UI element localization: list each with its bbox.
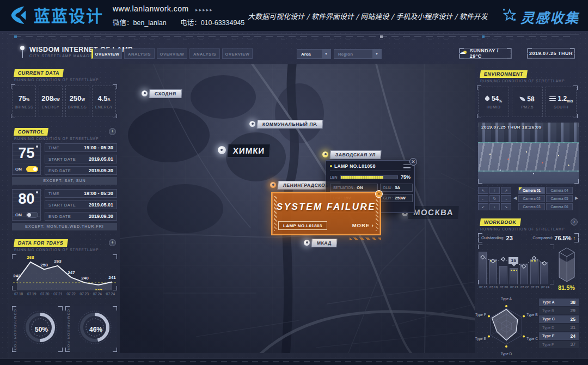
refresh-button[interactable]: ↻ [489, 195, 500, 202]
week-x-label: 07.24 [104, 292, 117, 296]
workbook-bar[interactable] [530, 259, 538, 284]
camera-button-camera-01[interactable]: Camera 01 [518, 187, 545, 194]
schedule-row[interactable]: TIME19:00 - 05:30 [45, 143, 117, 152]
lamp-pin[interactable] [304, 240, 310, 246]
svg-text:247: 247 [68, 270, 75, 275]
control-rows-1: TIME19:00 - 05:30START DATE2019.05.01END… [45, 189, 117, 221]
lamp-pin-failure[interactable] [270, 182, 276, 188]
stat-box: 250WBRINESS [65, 86, 89, 117]
schedule-row[interactable]: END DATE2019.09.30 [45, 212, 117, 221]
radar-table: Type A38Type B29Type C25Type D31Type E24… [539, 299, 579, 348]
brightness-level-box: 75 ON [12, 143, 41, 175]
pan-left-button[interactable]: ← [478, 195, 488, 202]
tab-overview-0[interactable]: OVERVIEW [91, 48, 122, 59]
camera-button-camera-06[interactable]: Camera 06 [546, 203, 573, 210]
pan-up-button[interactable]: ↑ [489, 187, 500, 194]
lamp-pin-warning[interactable] [322, 151, 328, 157]
radar-row[interactable]: Type D31 [539, 324, 579, 332]
inspiration-collect[interactable]: 灵感收集 [503, 7, 579, 27]
outstanding-label: Outstanding: [481, 235, 505, 240]
logo-text: 蓝蓝设计 [34, 6, 103, 27]
workbook-bar[interactable] [479, 252, 487, 284]
camera-button-camera-02[interactable]: Camera 02 [518, 195, 545, 202]
pan-right-button[interactable]: → [501, 195, 511, 202]
workbook-x-label: 07.24 [540, 285, 550, 289]
power-toggle-0[interactable] [26, 166, 38, 172]
radar-row[interactable]: Type C25 [539, 315, 579, 323]
map-label-zavodskaya[interactable]: ЗАВОДСКАЯ УЛ [329, 150, 381, 159]
camera-button-camera-03[interactable]: Camera 03 [518, 203, 545, 210]
pan-up-left-button[interactable]: ↖ [478, 187, 488, 194]
camera-feed[interactable]: 2019.07.25 THUR 18:26:09 [478, 123, 579, 184]
tab-analysis-3[interactable]: ANALYSIS [189, 48, 220, 59]
region-select[interactable]: Region ▼ [334, 49, 382, 59]
stat-box: 4.5AENERGY [92, 86, 116, 117]
arrows-decoration: ▸▸▸▸▸ [195, 7, 213, 13]
map-label-skhodnya[interactable]: СХОДНЯ [149, 89, 182, 98]
schedule-row[interactable]: START DATE2019.05.01 [45, 200, 117, 209]
camera-next-icon[interactable]: ▶ [575, 196, 578, 200]
deco-square [14, 35, 17, 38]
map-label-kommunalny[interactable]: КОММУНАЛЬНЫЙ ПР. [256, 120, 323, 129]
settings-sliders-icon[interactable] [403, 164, 411, 169]
bar-tooltip: 16 [509, 257, 518, 264]
workbook-bar[interactable] [499, 266, 507, 284]
workbook-bar[interactable] [540, 262, 548, 284]
close-icon[interactable]: ✕ [375, 190, 383, 198]
pan-down-button[interactable]: ↓ [489, 203, 500, 210]
humidity-drop-icon [484, 96, 490, 102]
camera-prev-icon[interactable]: ◀ [513, 196, 517, 200]
lamp-pin[interactable] [249, 121, 255, 127]
radar-row[interactable]: Type A38 [539, 299, 579, 306]
city-map[interactable]: СХОДНЯ КОММУНАЛЬНЫЙ ПР. ХИМКИ ЗАВОДСКАЯ … [120, 64, 475, 353]
env-stat-box: 54%HUMID [478, 87, 509, 117]
workbook-bar[interactable] [520, 264, 528, 284]
power-toggle-1[interactable] [26, 212, 38, 218]
environment-subtitle: RUNNING CONDITION OF STREETLAMP [480, 79, 565, 83]
star-icon [503, 8, 517, 26]
control-tag: CONTROL [14, 128, 48, 136]
except-days: EXCEPT: SAT, SUN [12, 177, 117, 185]
tab-overview-2[interactable]: OVERVIEW [157, 48, 187, 59]
workbook-bars: 16 [478, 245, 554, 284]
camera-button-camera-04[interactable]: Camera 04 [546, 187, 573, 194]
except-days: EXCEPT: MON,TUE,WED,THUR,FRI [12, 223, 117, 230]
pan-up-right-button[interactable]: ↗ [501, 187, 511, 194]
pan-down-left-button[interactable]: ↙ [478, 203, 488, 210]
map-label-moskva[interactable]: МОСКВА [408, 206, 459, 219]
radar-row[interactable]: Type B29 [539, 307, 579, 315]
workbook-tag: WORKBOOK [480, 218, 520, 226]
leaf-icon [520, 96, 525, 101]
week-x-label: 07.22 [65, 292, 78, 296]
week-x-label: 07.21 [51, 292, 64, 296]
workbook-more-button[interactable]: › [571, 218, 578, 226]
workbook-bar[interactable] [489, 259, 497, 284]
lamp-pin[interactable] [218, 146, 226, 154]
week-add-button[interactable]: + [109, 239, 116, 246]
schedule-row[interactable]: END DATE2019.09.30 [45, 166, 117, 175]
map-label-mkad[interactable]: МКАД [311, 239, 337, 247]
lamp-pin[interactable] [142, 90, 148, 96]
radar-row[interactable]: Type F37 [539, 341, 579, 349]
control-add-button[interactable]: + [109, 128, 116, 135]
workbook-bar[interactable] [510, 268, 518, 284]
close-icon[interactable]: ✕ [409, 158, 417, 166]
tab-analysis-1[interactable]: ANALYSIS [124, 48, 155, 59]
schedule-row[interactable]: START DATE2019.05.01 [45, 155, 117, 163]
svg-text:240: 240 [81, 276, 89, 281]
pan-down-right-button[interactable]: ↘ [501, 203, 511, 210]
more-button[interactable]: MORE › [352, 222, 374, 228]
svg-text:Type C: Type C [526, 337, 538, 341]
area-select[interactable]: Area ▼ [297, 49, 331, 59]
brightness-bar [340, 175, 398, 179]
map-label-khimki[interactable]: ХИМКИ [227, 144, 271, 157]
deco-microtext [14, 35, 574, 40]
website-link[interactable]: www.lanlanwork.com [113, 4, 189, 13]
camera-button-camera-05[interactable]: Camera 05 [546, 195, 573, 202]
schedule-row[interactable]: TIME19:00 - 05:30 [45, 189, 117, 198]
tab-overview-4[interactable]: OVERVIEW [222, 48, 253, 59]
workbook-subtitle: RUNNING CONDITION OF STREETLAMP [480, 227, 565, 231]
radar-row[interactable]: Type E24 [539, 332, 579, 340]
comparison-gauge-1: COMPARISON FOR 50% [12, 306, 63, 352]
current-data-stats: 75%BRINESS208KWENERGY250WBRINESS4.5AENER… [11, 84, 117, 118]
